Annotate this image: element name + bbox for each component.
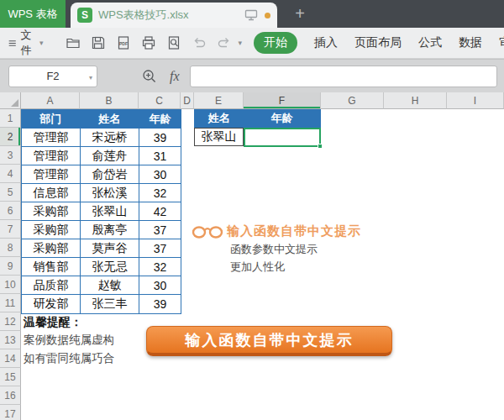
column-header-C[interactable]: C [139, 92, 181, 109]
cell-C8[interactable]: 37 [139, 239, 181, 258]
cell-A7[interactable]: 采购部 [22, 221, 81, 239]
column-header-F[interactable]: F [244, 92, 321, 109]
cell-B3[interactable]: 俞莲舟 [81, 147, 139, 165]
cell-C10[interactable]: 30 [139, 276, 181, 295]
formula-input[interactable] [190, 66, 497, 87]
note-title[interactable]: 温馨提醒： [24, 312, 82, 331]
cell-C9[interactable]: 32 [139, 258, 181, 276]
row-header-14[interactable]: 14 [0, 349, 21, 368]
cell-A9[interactable]: 销售部 [22, 258, 81, 276]
row-header-3[interactable]: 3 [0, 146, 21, 165]
cell-C11[interactable]: 39 [139, 295, 181, 313]
row-header-1[interactable]: 1 [0, 109, 21, 128]
column-header-E[interactable]: E [194, 92, 244, 109]
column-header-D[interactable]: D [181, 92, 194, 109]
cell-A8[interactable]: 采购部 [22, 239, 81, 258]
cell-B6[interactable]: 张翠山 [81, 202, 139, 221]
note-line-1[interactable]: 案例数据纯属虚构 [24, 331, 114, 349]
row-header-9[interactable]: 9 [0, 257, 21, 276]
cell-A6[interactable]: 采购部 [22, 202, 81, 221]
wps-app-button[interactable]: WPS 表格 [0, 0, 66, 28]
cell-A5[interactable]: 信息部 [22, 184, 81, 202]
lookup-header-age[interactable]: 年龄 [244, 110, 320, 127]
table-row: 品质部 赵敏 30 [22, 276, 181, 295]
row-header-16[interactable]: 16 [0, 386, 21, 405]
cell-B9[interactable]: 张无忌 [81, 258, 139, 276]
row-header-5[interactable]: 5 [0, 183, 21, 202]
cell-B5[interactable]: 张松溪 [81, 184, 139, 202]
cell-C7[interactable]: 37 [139, 221, 181, 239]
promo-button[interactable]: 输入函数自带中文提示 [146, 326, 392, 356]
employee-table: 部门 姓名 年龄 管理部 宋远桥 39 管理部 俞莲舟 31 管理部 俞岱岩 3… [21, 109, 181, 314]
header-cell-department[interactable]: 部门 [22, 110, 81, 129]
selected-cell-F2[interactable] [244, 128, 321, 147]
column-header-B[interactable]: B [80, 92, 139, 109]
tab-page-layout[interactable]: 页面布局 [354, 35, 402, 50]
cell-C2[interactable]: 39 [139, 129, 181, 147]
fill-handle[interactable] [318, 144, 323, 149]
print-preview-icon[interactable] [166, 35, 181, 50]
column-header-I[interactable]: I [447, 92, 504, 109]
cell-C4[interactable]: 30 [139, 165, 181, 184]
row-header-11[interactable]: 11 [0, 294, 21, 312]
row-header-2[interactable]: 2 [0, 128, 21, 146]
tab-home[interactable]: 开始 [254, 32, 297, 54]
cell-B4[interactable]: 俞岱岩 [81, 165, 139, 184]
name-box[interactable]: F2 ▾ [8, 66, 97, 87]
file-menu[interactable]: 文件 ▾ [8, 28, 44, 58]
name-box-caret-icon: ▾ [89, 74, 92, 81]
table-header-row: 部门 姓名 年龄 [22, 110, 181, 129]
header-cell-age[interactable]: 年龄 [139, 110, 181, 129]
row-header-7[interactable]: 7 [0, 220, 21, 239]
row-header-10[interactable]: 10 [0, 276, 21, 294]
presentation-mode-icon[interactable] [244, 9, 258, 21]
row-header-12[interactable]: 12 [0, 312, 21, 331]
row-header-4[interactable]: 4 [0, 165, 21, 183]
row-header-8[interactable]: 8 [0, 239, 21, 257]
cell-B8[interactable]: 莫声谷 [81, 239, 139, 258]
header-cell-name[interactable]: 姓名 [81, 110, 139, 129]
cell-E2[interactable]: 张翠山 [194, 128, 244, 146]
note-line-2[interactable]: 如有雷同纯属巧合 [24, 349, 114, 368]
cell-B2[interactable]: 宋远桥 [81, 129, 139, 147]
cell-A10[interactable]: 品质部 [22, 276, 81, 295]
save-icon[interactable] [91, 35, 106, 50]
tab-data[interactable]: 数据 [459, 35, 482, 50]
toolbar: 文件 ▾ PDF ▾ 开始 插入 页面布局 公式 [0, 28, 504, 59]
tab-insert[interactable]: 插入 [314, 35, 338, 50]
lookup-header-name[interactable]: 姓名 [195, 110, 244, 127]
new-tab-button[interactable]: + [287, 0, 312, 28]
cell-A3[interactable]: 管理部 [22, 147, 81, 165]
fx-icon[interactable]: fx [170, 69, 180, 84]
cell-B11[interactable]: 张三丰 [81, 295, 139, 313]
cell-B10[interactable]: 赵敏 [81, 276, 139, 295]
hamburger-icon [8, 39, 16, 48]
open-icon[interactable] [66, 35, 81, 50]
cell-C5[interactable]: 32 [139, 184, 181, 202]
print-icon[interactable] [141, 35, 156, 50]
tab-formulas[interactable]: 公式 [418, 35, 442, 50]
row-header-15[interactable]: 15 [0, 368, 21, 386]
row-header-13[interactable]: 13 [0, 331, 21, 349]
cell-A11[interactable]: 研发部 [22, 295, 81, 313]
row-header-6[interactable]: 6 [0, 202, 21, 220]
sheet-canvas[interactable]: A B C D E F G H I 1 2 3 4 5 6 7 8 9 10 1… [0, 92, 504, 420]
select-all-corner[interactable] [0, 92, 21, 109]
cell-C6[interactable]: 42 [139, 202, 181, 221]
redo-icon[interactable] [217, 35, 232, 50]
column-header-H[interactable]: H [384, 92, 447, 109]
column-header-G[interactable]: G [321, 92, 384, 109]
zoom-search-icon[interactable] [141, 68, 158, 85]
document-tab[interactable]: S WPS表格技巧.xlsx [71, 3, 277, 28]
toolbar-more-icon[interactable]: ▾ [239, 39, 243, 47]
cell-B7[interactable]: 殷离亭 [81, 221, 139, 239]
cell-A2[interactable]: 管理部 [22, 129, 81, 147]
tab-review[interactable]: 审阅 [499, 35, 504, 50]
cell-A4[interactable]: 管理部 [22, 165, 81, 184]
cell-C3[interactable]: 31 [139, 147, 181, 165]
column-header-A[interactable]: A [21, 92, 80, 109]
pdf-export-icon[interactable]: PDF [116, 35, 131, 50]
name-box-value: F2 [46, 70, 59, 82]
undo-icon[interactable] [192, 35, 207, 50]
row-header-17[interactable]: 17 [0, 405, 21, 420]
